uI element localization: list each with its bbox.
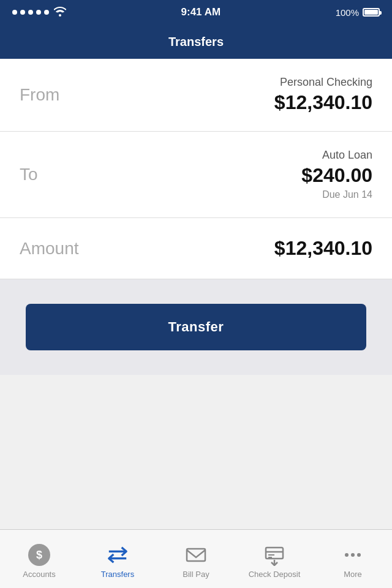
page-title: Transfers <box>168 35 224 49</box>
amount-row[interactable]: Amount $12,340.10 <box>0 218 392 279</box>
from-account-name: Personal Checking <box>274 76 372 89</box>
billpay-icon <box>185 544 207 566</box>
tab-transfers[interactable]: Transfers <box>78 530 157 588</box>
more-icon <box>342 544 364 566</box>
to-due-date: Due Jun 14 <box>301 189 372 200</box>
tab-checkdeposit-label: Check Deposit <box>249 570 301 579</box>
dot5 <box>44 10 49 15</box>
transfer-button[interactable]: Transfer <box>26 304 366 350</box>
status-bar: 9:41 AM 100% <box>0 0 392 24</box>
dollar-icon: $ <box>28 544 50 566</box>
tab-accounts-label: Accounts <box>23 570 55 579</box>
tab-bar: $ Accounts Transfers <box>0 529 392 588</box>
accounts-icon: $ <box>28 544 50 566</box>
to-account-name: Auto Loan <box>301 149 372 162</box>
to-amount: $240.00 <box>301 164 372 187</box>
wifi-icon <box>54 7 66 18</box>
from-amount: $12,340.10 <box>274 91 372 114</box>
to-details: Auto Loan $240.00 Due Jun 14 <box>301 149 372 200</box>
svg-rect-2 <box>187 549 205 561</box>
dot3 <box>28 10 33 15</box>
from-details: Personal Checking $12,340.10 <box>274 76 372 114</box>
button-area: Transfer <box>0 279 392 375</box>
battery-fill <box>364 10 378 15</box>
tab-checkdeposit[interactable]: Check Deposit <box>235 530 314 588</box>
main-content: From Personal Checking $12,340.10 To Aut… <box>0 59 392 375</box>
status-left <box>12 7 66 18</box>
checkdeposit-icon <box>263 544 285 566</box>
tab-billpay-label: Bill Pay <box>183 570 209 579</box>
tab-more-label: More <box>344 570 362 579</box>
to-row[interactable]: To Auto Loan $240.00 Due Jun 14 <box>0 132 392 218</box>
transfers-icon <box>107 544 129 566</box>
signal-dots <box>12 10 49 15</box>
amount-details: $12,340.10 <box>274 237 372 260</box>
dot4 <box>36 10 41 15</box>
tab-accounts[interactable]: $ Accounts <box>0 530 78 588</box>
amount-label: Amount <box>20 239 79 258</box>
status-time: 9:41 AM <box>181 6 221 18</box>
transfer-amount: $12,340.10 <box>274 237 372 260</box>
tab-billpay[interactable]: Bill Pay <box>157 530 235 588</box>
dot1 <box>12 10 17 15</box>
tab-more[interactable]: More <box>314 530 392 588</box>
page-header: Transfers <box>0 24 392 59</box>
to-label: To <box>20 165 38 184</box>
tab-transfers-label: Transfers <box>101 570 134 579</box>
status-right: 100% <box>336 7 380 18</box>
from-label: From <box>20 85 59 105</box>
dot2 <box>20 10 25 15</box>
svg-point-12 <box>357 553 361 557</box>
svg-point-11 <box>351 553 355 557</box>
battery-percentage: 100% <box>336 7 359 18</box>
svg-point-10 <box>345 553 349 557</box>
battery-icon <box>363 8 380 17</box>
from-row[interactable]: From Personal Checking $12,340.10 <box>0 59 392 132</box>
